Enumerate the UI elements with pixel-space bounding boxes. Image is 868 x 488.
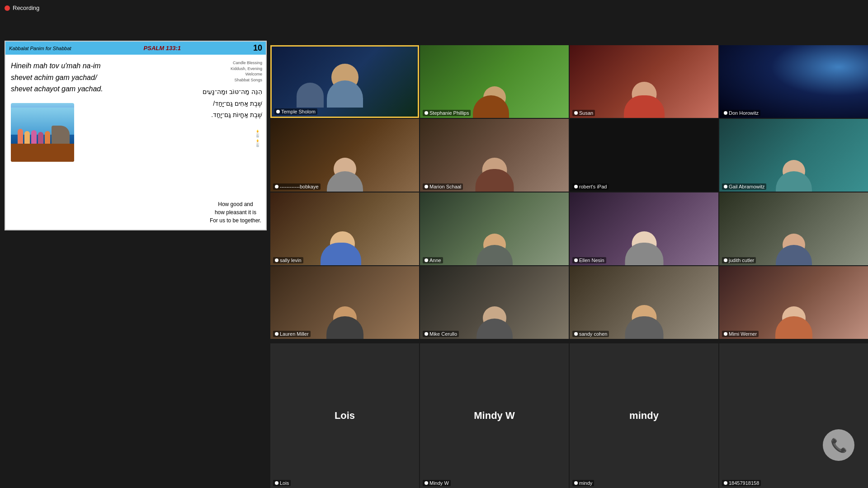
participant-name-lois: Lois: [273, 480, 291, 486]
participant-tile-gail[interactable]: Gail Abramowitz: [719, 119, 868, 192]
mic-indicator: [724, 111, 727, 115]
participant-name-susan: Susan: [572, 110, 595, 116]
mic-indicator: [574, 481, 578, 485]
video-grid: Temple Sholom Stephanie Phillips Susan D…: [270, 45, 868, 339]
participant-tile-sally[interactable]: sally levin: [270, 192, 419, 265]
mic-indicator: [275, 185, 278, 188]
participant-name-don: Don Horowitz: [722, 110, 760, 116]
slide-header-left: Kabbalat Panim for Shabbat: [9, 46, 71, 51]
participant-tile-susan[interactable]: Susan: [570, 45, 718, 118]
participant-name-judith: judith cutler: [722, 257, 756, 263]
participant-name-phone: 18457918158: [722, 480, 761, 486]
slide-right-content: Candle Blessing Kiddush, Evening Welcome…: [175, 55, 266, 229]
participant-tile-don[interactable]: Don Horowitz: [719, 45, 868, 118]
mic-indicator: [724, 185, 727, 188]
mic-indicator: [574, 111, 578, 115]
slide-right-header: Candle Blessing Kiddush, Evening Welcome…: [231, 60, 262, 83]
slide-left-content: Hineih mah tov u'mah na-im shevet achim …: [5, 55, 175, 229]
participant-name-marion: Marion Schaal: [423, 183, 463, 190]
phone-call-icon[interactable]: 📞: [823, 429, 854, 461]
participant-tile-marion[interactable]: Marion Schaal: [420, 119, 569, 192]
slide-body: Hineih mah tov u'mah na-im shevet achim …: [5, 55, 266, 229]
participant-tile-mindy[interactable]: mindy mindy: [570, 343, 718, 488]
participant-name-gail: Gail Abramowitz: [722, 183, 766, 190]
mic-indicator: [574, 332, 578, 336]
recording-dot: [5, 5, 10, 11]
phone-icon: 📞: [830, 437, 847, 453]
mic-indicator: [425, 258, 428, 262]
slide: Kabbalat Panim for Shabbat PSALM 133:1 1…: [5, 41, 267, 230]
mic-indicator: [574, 258, 578, 262]
participant-tile-mindy-w[interactable]: Mindy W Mindy W: [420, 343, 569, 488]
participant-name-ellen: Ellen Nesin: [572, 257, 606, 263]
participant-name-mike: Mike Cerullo: [423, 331, 459, 337]
recording-label: Recording: [13, 5, 39, 11]
slide-psalm-ref: PSALM 133:1: [144, 45, 181, 52]
mic-indicator: [275, 332, 278, 336]
avatar-name-mindy-w: Mindy W: [420, 410, 569, 422]
participant-tile-mike[interactable]: Mike Cerullo: [420, 266, 569, 339]
participant-tile-mimi[interactable]: Mimi Werner: [719, 266, 868, 339]
participant-name-mindy-w: Mindy W: [423, 480, 451, 486]
slide-hebrew-text: הִנֵּה מַה־טּוֹב וּמַה־נָּעִים שֶׁבֶת אַ…: [203, 86, 262, 121]
mic-indicator: [724, 332, 727, 336]
participant-tile-roberts-ipad[interactable]: robert's iPad: [570, 119, 718, 192]
participant-tile-ellen[interactable]: Ellen Nesin: [570, 192, 718, 265]
participant-tile-judith[interactable]: judith cutler: [719, 192, 868, 265]
mic-indicator: [574, 185, 578, 188]
mic-indicator: [425, 332, 428, 336]
slide-header: Kabbalat Panim for Shabbat PSALM 133:1 1…: [5, 42, 266, 55]
participant-name-sandy: sandy cohen: [572, 331, 609, 337]
participant-tile-sandy[interactable]: sandy cohen: [570, 266, 718, 339]
participant-name-sally: sally levin: [273, 257, 303, 263]
recording-indicator: Recording: [5, 5, 39, 11]
presentation-panel: Kabbalat Panim for Shabbat PSALM 133:1 1…: [0, 0, 271, 271]
participant-tile-anne[interactable]: Anne: [420, 192, 569, 265]
participant-tile-temple-shalom[interactable]: Temple Sholom: [270, 45, 419, 118]
participant-name-lauren: Lauren Miller: [273, 331, 311, 337]
mic-indicator: [425, 481, 428, 485]
mic-indicator: [276, 110, 280, 113]
participant-tile-lauren[interactable]: Lauren Miller: [270, 266, 419, 339]
mic-indicator: [275, 481, 278, 485]
mic-indicator: [724, 481, 727, 485]
participant-name-mimi: Mimi Werner: [722, 331, 759, 337]
participant-name-bobkaye: ------------bobkaye: [273, 183, 321, 190]
participant-tile-phone[interactable]: 📞 18457918158: [719, 343, 868, 488]
participant-name-roberts-ipad: robert's iPad: [572, 183, 609, 190]
mic-indicator: [425, 111, 428, 115]
participant-name-anne: Anne: [423, 257, 443, 263]
mic-indicator: [425, 185, 428, 188]
participant-name-temple-shalom: Temple Sholom: [274, 108, 317, 115]
mic-indicator: [724, 258, 727, 262]
participant-tile-lois[interactable]: Lois Lois: [270, 343, 419, 488]
slide-english-transliteration: Hineih mah tov u'mah na-im shevet achim …: [11, 60, 170, 95]
candle-decoration: 🕯️ 🕯️ ︎: [253, 129, 262, 155]
slide-page-number: 10: [253, 43, 262, 53]
participant-tile-stephanie[interactable]: Stephanie Phillips: [420, 45, 569, 118]
slide-translation: How good and how pleasant it is For us t…: [210, 200, 261, 225]
participant-name-mindy: mindy: [572, 480, 594, 486]
avatar-name-mindy: mindy: [570, 410, 718, 422]
slide-image: [11, 103, 74, 162]
avatar-name-lois: Lois: [270, 410, 419, 422]
bottom-participants-row: Lois Lois Mindy W Mindy W mindy mindy 📞 …: [270, 343, 868, 488]
participant-name-stephanie: Stephanie Phillips: [423, 110, 471, 116]
mic-indicator: [275, 258, 278, 262]
participant-tile-bobkaye[interactable]: ------------bobkaye: [270, 119, 419, 192]
